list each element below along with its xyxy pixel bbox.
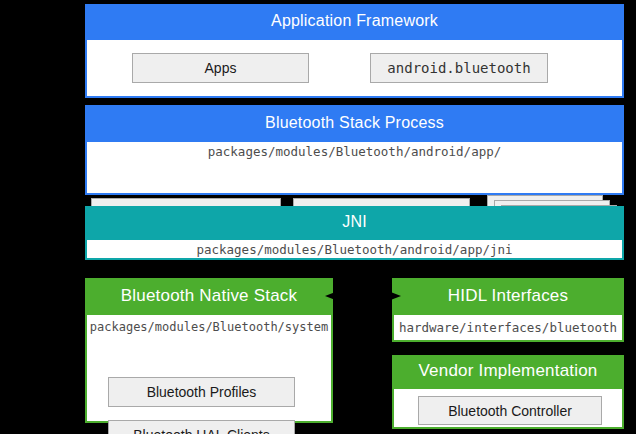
- section-bluetooth-stack-process: Bluetooth Stack Process packages/modules…: [85, 105, 624, 195]
- bluetooth-stack-process-body: packages/modules/Bluetooth/android/app/ …: [85, 140, 624, 195]
- section-application-framework: Application Framework Apps android.bluet…: [85, 4, 624, 98]
- native-stack-path-label: packages/modules/Bluetooth/system: [87, 320, 331, 334]
- android-bluetooth-box: android.bluetooth: [370, 53, 548, 83]
- hidl-interfaces-body: hardware/interfaces/bluetooth: [392, 313, 624, 342]
- section-bluetooth-native-stack: Bluetooth Native Stack packages/modules/…: [85, 278, 333, 423]
- vendor-implementation-body: Bluetooth Controller: [392, 387, 624, 429]
- section-vendor-implementation: Vendor Implementation Bluetooth Controll…: [392, 355, 624, 429]
- jni-body: packages/modules/Bluetooth/android/app/j…: [85, 238, 624, 260]
- application-framework-header: Application Framework: [85, 4, 624, 38]
- bidirectional-arrow-icon: [320, 288, 406, 304]
- bluetooth-controller-box: Bluetooth Controller: [418, 396, 602, 425]
- section-jni: JNI packages/modules/Bluetooth/android/a…: [85, 206, 624, 260]
- application-framework-body: Apps android.bluetooth: [85, 38, 624, 98]
- hidl-interfaces-header: HIDL Interfaces: [392, 278, 624, 313]
- hidl-path-label: hardware/interfaces/bluetooth: [399, 320, 617, 335]
- android-bluetooth-stack-diagram: Application Framework Apps android.bluet…: [0, 0, 636, 434]
- native-bluetooth-profiles-box: Bluetooth Profiles: [108, 377, 295, 407]
- vendor-implementation-header: Vendor Implementation: [392, 355, 624, 387]
- apps-box: Apps: [132, 53, 309, 83]
- stack-process-path-label: packages/modules/Bluetooth/android/app/: [87, 144, 622, 159]
- bluetooth-stack-process-header: Bluetooth Stack Process: [85, 105, 624, 140]
- bluetooth-hal-clients-box: Bluetooth HAL Clients: [108, 420, 295, 434]
- bluetooth-native-stack-body: packages/modules/Bluetooth/system Blueto…: [85, 313, 333, 423]
- bluetooth-native-stack-header: Bluetooth Native Stack: [85, 278, 333, 313]
- section-hidl-interfaces: HIDL Interfaces hardware/interfaces/blue…: [392, 278, 624, 342]
- jni-header: JNI: [85, 206, 624, 238]
- jni-path-label: packages/modules/Bluetooth/android/app/j…: [196, 242, 512, 257]
